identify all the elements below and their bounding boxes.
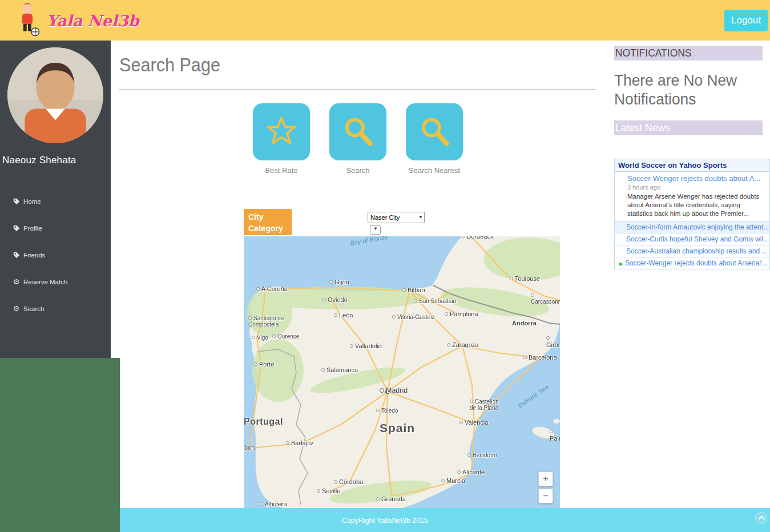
sidebar-item-label: Reserve Match: [23, 279, 67, 285]
search-nearest-button[interactable]: [406, 103, 463, 160]
map-label: Madrid: [380, 386, 408, 394]
logo-mascot-icon: [15, 2, 41, 39]
map-label: Balearic Sea: [517, 383, 550, 409]
chevron-up-icon: [758, 515, 764, 522]
map-label: San Sebastián: [414, 298, 456, 304]
map-label: Pamplona: [445, 311, 478, 317]
search-nearest-label: Search Nearest: [389, 166, 480, 175]
category-label: Category: [248, 223, 292, 234]
sidebar-item-label: Search: [23, 305, 44, 312]
map-label: Badajoz: [286, 440, 314, 446]
sidebar-item-search[interactable]: ⚙ Search: [0, 295, 111, 322]
map-label: Benidorm: [467, 452, 497, 458]
news-summary: Manager Arsene Wenger has rejected doubt…: [615, 191, 769, 221]
play-icon: ▶: [619, 261, 623, 267]
sidebar-item-friends[interactable]: Friends: [0, 241, 111, 268]
logout-button[interactable]: Logout: [724, 10, 768, 31]
news-list-item[interactable]: ▶Soccer-Wenger rejects doubts about Arse…: [615, 257, 769, 269]
title-divider: [119, 89, 596, 90]
map-label: Toulouse: [510, 275, 540, 282]
zoom-out-button[interactable]: −: [538, 489, 553, 503]
tag-icon: [13, 198, 20, 205]
map-label: Girona: [546, 334, 560, 348]
magnifier-icon: [340, 113, 376, 151]
map-label: Carcassonne: [531, 292, 560, 305]
news-list-item[interactable]: Soccer-Australian championship results a…: [615, 245, 769, 257]
header: Yala Nel3b Logout: [0, 0, 770, 41]
logo-text: Yala Nel3b: [47, 12, 139, 30]
category-select-wrap: ▼: [370, 224, 381, 233]
page-title: Search Page: [119, 54, 220, 76]
map-label: Valladolid: [350, 342, 382, 349]
latest-news-header: Latest News: [614, 120, 763, 135]
star-icon: [264, 114, 299, 151]
map-label: Bay of Biscay: [349, 236, 388, 247]
avatar: [7, 47, 103, 143]
map-label: Gijón: [329, 279, 349, 285]
category-select[interactable]: [370, 225, 381, 235]
map-label: Seville: [317, 487, 340, 494]
best-rate-button[interactable]: [253, 103, 310, 160]
map-label: Spain: [380, 421, 415, 435]
map-label: Castellón de la Plana: [470, 398, 499, 411]
filter-labels: City Category: [244, 209, 292, 235]
map-label: Portugal: [244, 417, 283, 427]
search-button[interactable]: [329, 103, 386, 160]
city-select[interactable]: Naser City: [368, 212, 425, 223]
logo: Yala Nel3b: [15, 2, 139, 39]
map-label: Santiago de Compostela: [248, 315, 284, 328]
sidebar-item-profile[interactable]: Profile: [0, 215, 111, 241]
map-label: Murcia: [441, 477, 465, 484]
sidebar-item-label: Friends: [23, 252, 45, 259]
map[interactable]: BordeauxBay of BiscayToulouseCarcassonne…: [244, 236, 560, 511]
zoom-in-button[interactable]: +: [538, 471, 553, 486]
map-label: Salamanca: [321, 366, 358, 373]
user-name: Naeouz Shehata: [2, 155, 108, 166]
sidebar-item-label: Home: [23, 198, 41, 205]
latest-news-title: Latest News: [614, 122, 670, 134]
map-label: A Coruña: [256, 285, 288, 292]
map-label: Toledo: [376, 408, 398, 414]
map-label: Zaragoza: [447, 341, 478, 348]
map-label: León: [334, 312, 353, 319]
news-list-item[interactable]: Soccer-Curtis hopeful Shelvey and Gomis …: [615, 233, 769, 245]
copyright-text: CopyRight YallaNel3b 2015: [342, 516, 428, 525]
map-label: Vitoria-Gasteiz: [392, 314, 434, 320]
sidebar: Naeouz Shehata Home Profile Friends: [0, 41, 111, 358]
notifications-header: NOTIFICATIONS: [614, 46, 763, 61]
gear-icon: ⚙: [13, 278, 20, 285]
map-label: Andorra: [512, 320, 537, 327]
gear-icon: ⚙: [13, 305, 20, 312]
news-headline[interactable]: Soccer-Wenger rejects doubts about A...: [615, 172, 769, 183]
magnifier-icon: [416, 113, 453, 151]
notifications-title: NOTIFICATIONS: [614, 47, 692, 59]
city-label: City: [248, 211, 292, 223]
tag-icon: [13, 251, 20, 259]
sidebar-item-label: Profile: [23, 225, 42, 232]
map-label: Palma: [550, 428, 560, 442]
sidebar-item-home[interactable]: Home: [0, 188, 111, 215]
decorative-green-panel: [0, 358, 120, 532]
map-label: Barcelona: [523, 354, 557, 361]
news-source[interactable]: World Soccer on Yahoo Sports: [615, 159, 769, 172]
sidebar-item-reserve-match[interactable]: ⚙ Reserve Match: [0, 268, 111, 295]
news-widget: World Soccer on Yahoo Sports Soccer-Weng…: [614, 159, 770, 269]
map-labels: BordeauxBay of BiscayToulouseCarcassonne…: [244, 236, 560, 511]
map-label: Bordeaux: [462, 236, 494, 240]
city-select-wrap: Naser City ▼: [368, 212, 425, 223]
map-label: Albufeira: [260, 501, 287, 507]
right-panel: NOTIFICATIONS There are No New Notificat…: [605, 41, 770, 508]
notifications-empty-message: There are No New Notifications: [614, 71, 764, 108]
map-label: Ourense: [272, 333, 299, 340]
sidebar-menu: Home Profile Friends ⚙ Reserve Match ⚙: [0, 188, 111, 322]
map-label: Granada: [376, 495, 406, 502]
map-label: Vigo: [252, 334, 268, 341]
map-label: Valencia: [459, 419, 488, 426]
map-label: Bilbao: [402, 287, 425, 293]
news-timestamp: 3 hours ago: [615, 183, 769, 191]
map-label: Porto: [254, 361, 274, 368]
news-list-item-label: Soccer-Wenger rejects doubts about Arsen…: [625, 259, 768, 267]
page: Yala Nel3b Logout Naeouz Shehata Home: [0, 0, 770, 532]
news-list-item[interactable]: Soccer-In-form Arnautovic enjoying the a…: [615, 221, 769, 233]
scroll-top-button[interactable]: [755, 512, 767, 524]
